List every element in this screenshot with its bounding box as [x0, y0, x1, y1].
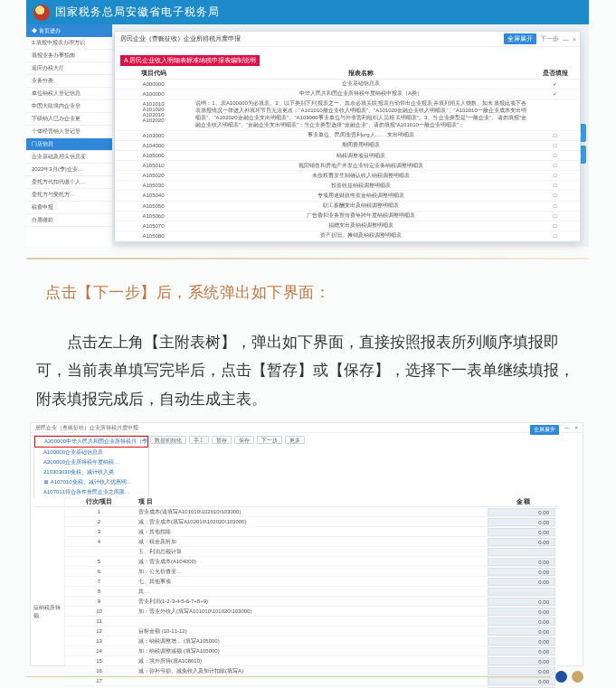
table-row[interactable]: A105080资产折旧、摊销及纳税调整明细表□ [115, 231, 580, 241]
instruction-paragraph: 点击左上角【主附表树】，弹出如下界面，直接按照报表所列顺序填报即可，当前表单填写… [36, 328, 580, 413]
th-code: 项目代码 [115, 69, 192, 78]
amount-cell[interactable]: 0.00 [488, 627, 555, 636]
table-row[interactable]: A101010 A101020 A102010 A102020 说明：1、表A1… [115, 99, 580, 131]
sidebar-header[interactable]: ◆ 首页进办 [26, 24, 112, 37]
caption-line: 点击【下一步】后，系统弹出如下界面： [45, 282, 616, 303]
app-banner: 国家税务总局安徽省电子税务局 [26, 0, 589, 24]
form-row[interactable]: 15减：境外所得(填A108010)0.00 [65, 656, 557, 666]
table-row[interactable]: A104000期间费用明细表□ [115, 141, 580, 151]
sidebar-item[interactable]: 税费申报 [26, 202, 112, 214]
table-row[interactable]: A105060广告费和业务宣传费等跨年度纳税调整明细表□ [115, 212, 580, 221]
form-row[interactable]: 3减：其他扣除0.00 [65, 527, 557, 537]
amount-cell[interactable]: 0.00 [488, 647, 555, 655]
amount-cell[interactable]: 0.00 [488, 608, 555, 616]
sidebar-item[interactable]: 2022年3月(季)企业… [26, 164, 112, 176]
th-name: 报表名称 [192, 69, 530, 78]
form-row[interactable]: 110.00 [65, 617, 557, 627]
amount-cell[interactable]: 0.00 [488, 598, 555, 606]
form-row[interactable]: 170.00 [65, 676, 557, 686]
tool-tempsave[interactable]: 暂存 [212, 436, 232, 444]
sidebar-item[interactable]: 企业基础及相关信息变 [26, 151, 112, 164]
sidebar-item[interactable]: 单位纳税人登记信息 [26, 88, 112, 100]
sidebar-item[interactable]: 下级纳入已办企业更 [26, 113, 112, 126]
modal-header-2: 居民企业（查账征收）企业所得税月度申报 下一步 — × [31, 423, 583, 433]
tree-node-highlight[interactable]: A200000中华人民共和国企业所得税月（季）… [34, 436, 148, 448]
amount-cell[interactable]: 0.00 [488, 568, 555, 576]
form-row[interactable]: 12目标金额 (10-11-12)0.00 [65, 627, 557, 636]
form-row[interactable]: 8其… [65, 587, 557, 597]
amount-cell[interactable] [488, 548, 555, 556]
next-button[interactable]: 下一步 [540, 34, 559, 43]
form-row[interactable]: 10加：营业外收入(填写A101010\101020\103000)0.00 [65, 607, 557, 617]
table-row[interactable]: A105070捐赠支出及纳税调整明细表□ [115, 221, 580, 231]
table-row[interactable]: A105030投资收益纳税调整明细表□ [115, 181, 580, 191]
form-row[interactable]: 14加：纳税调整减额 (填写A105000)0.00 [65, 646, 557, 656]
form-row[interactable]: 13减：纳税调整增… (填写A105000)0.00 [65, 636, 557, 646]
sidebar-item-active[interactable]: 门店信息 [26, 138, 112, 151]
sidebar-item[interactable]: 中国大陆境内企业登 [26, 100, 112, 113]
amount-cell[interactable]: 0.00 [488, 637, 555, 646]
form-row[interactable]: 7七、其他事项0.00 [65, 577, 557, 587]
amount-cell[interactable]: 0.00 [488, 528, 555, 536]
tree-node[interactable]: 210303030免税、减计收入类 [34, 467, 148, 477]
tree-node[interactable]: 〓 A107010免税、减计收入优惠明… [34, 477, 148, 487]
form-row[interactable]: 五、利润总额计算 [65, 547, 557, 557]
dash-icon[interactable]: — [563, 36, 569, 42]
expand-button-2[interactable]: 全屏展开 [530, 425, 559, 435]
screenshot-2: 居民企业（查账征收）企业所得税月度申报 下一步 — × 全屏展开 A200000… [30, 422, 583, 666]
sidebar-item[interactable]: 业务分类 [26, 75, 112, 88]
form-row[interactable]: 2减：营业成本(填写A102010\102020\103000)0.00 [65, 517, 557, 527]
form-row[interactable]: 6加：公允价值变…0.00 [65, 567, 557, 577]
form-row[interactable]: 1营业成本(请填写A101010\102010\103000)0.00 [65, 507, 557, 517]
tool-save[interactable]: 保存 [234, 436, 254, 444]
tool-init[interactable]: 数据初始化 [150, 436, 186, 444]
amount-cell[interactable]: 0.00 [488, 508, 555, 516]
amount-cell[interactable] [488, 588, 555, 596]
table-row[interactable]: A105000纳税调整项目明细表□ [115, 151, 580, 161]
sidebar-item[interactable]: 3.填报申报表办理方识 [26, 37, 112, 50]
amount-cell[interactable]: 0.00 [488, 677, 555, 685]
expand-button[interactable]: 全屏展开 [504, 33, 536, 44]
form-grid: 行次/项目 项 目 金 额 1营业成本(请填写A101010\102010\10… [65, 497, 557, 665]
amount-cell[interactable]: 0.00 [488, 558, 555, 566]
tree-node[interactable]: A200000企业所得税年度纳税… [34, 457, 148, 467]
sidebar-item[interactable]: 委托方与受托方… [26, 189, 112, 202]
red-tag: A 居民企业收入明细表标准纳税申报表编制说明 [120, 55, 260, 66]
tool-more[interactable]: 更多 [285, 436, 305, 444]
tree-node[interactable]: A100000企业基础信息表 [34, 448, 148, 457]
table-row[interactable]: A105010视同销售和房地产开发企业特定业务纳税调整明细表□ [115, 161, 580, 171]
dot-blue-icon [555, 671, 567, 683]
table-row[interactable]: A105040专项用途财政性资金纳税调整明细表□ [115, 191, 580, 201]
sidebar-item[interactable]: 返回办税大厅 [26, 62, 112, 75]
table-row[interactable]: A105020未按权责发生制确认收入纳税调整明细表□ [115, 171, 580, 181]
sidebar-item[interactable]: 个体经营纳人登记登 [26, 126, 112, 138]
amount-cell[interactable]: 0.00 [488, 657, 555, 665]
amount-cell[interactable]: 0.00 [488, 518, 555, 526]
footer-line [26, 676, 551, 677]
form-row[interactable]: 16减：弥补亏损、减免收入及加计扣除(填写A)0.00 [65, 666, 557, 676]
dash-icon[interactable]: — [564, 425, 570, 430]
form-row[interactable]: 4减：税金及附加0.00 [65, 537, 557, 547]
tree-node[interactable]: A107011符合条件居民企业之间股… [34, 487, 148, 497]
dot-gold-icon [572, 671, 583, 683]
tax-emblem-icon [33, 5, 50, 21]
amount-cell[interactable]: 0.00 [488, 667, 555, 675]
form-row[interactable]: 5减：营业成本(A104000)0.00 [65, 557, 557, 567]
form-row[interactable]: 9营业利润(1-2-3-4-5-6-7+8+9)0.00 [65, 597, 557, 607]
table-row[interactable]: A103000事业单位、民间非营利org人…… 支出明细表□ [115, 131, 580, 141]
screenshot-1: 国家税务总局安徽省电子税务局 ◆ 首页进办 3.填报申报表办理方识 填报业务办事… [26, 0, 589, 247]
tool-manual[interactable]: 手工 [189, 436, 209, 444]
sidebar-item[interactable]: 填报业务办事指南 [26, 50, 112, 62]
sidebar-item[interactable]: 自愿缴款 [26, 214, 112, 227]
tool-next[interactable]: 下一步 [257, 436, 282, 444]
amount-cell[interactable]: 0.00 [488, 538, 555, 546]
amount-cell[interactable]: 0.00 [488, 578, 555, 586]
amount-cell[interactable]: 0.00 [488, 617, 555, 626]
table-row[interactable]: A000000企业基础信息表✓ [115, 80, 580, 90]
table-row[interactable]: A105050职工薪酬支出及纳税调整明细表□ [115, 202, 580, 212]
left-stub: 应纳税所得额 [33, 497, 65, 665]
sidebar-item[interactable]: 委托方代扣代缴个人… [26, 176, 112, 189]
close-icon[interactable]: × [573, 36, 576, 42]
dots-icon [555, 671, 583, 683]
close-icon[interactable]: × [574, 425, 578, 430]
